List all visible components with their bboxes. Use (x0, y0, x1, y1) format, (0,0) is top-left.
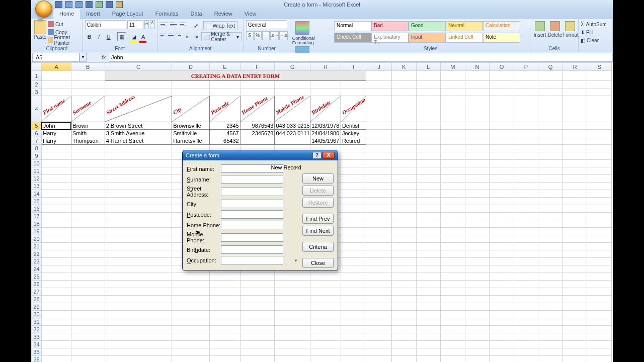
cell[interactable] (71, 356, 105, 363)
cell[interactable] (105, 333, 172, 341)
cell[interactable]: First name (42, 96, 71, 122)
column-header[interactable]: M (441, 63, 465, 71)
cell[interactable] (465, 81, 490, 88)
cell[interactable] (538, 341, 563, 348)
cell[interactable] (209, 356, 240, 363)
row-header[interactable]: 22 (32, 250, 42, 258)
cell[interactable] (42, 333, 71, 341)
cell[interactable] (416, 318, 441, 326)
ribbon-tab-review[interactable]: Review (208, 9, 238, 19)
cell[interactable] (441, 167, 465, 175)
cell[interactable] (538, 167, 563, 175)
cell[interactable] (562, 265, 587, 273)
cell[interactable] (42, 167, 71, 175)
cell[interactable] (105, 273, 172, 281)
cell[interactable]: Retired (341, 137, 366, 145)
cell[interactable] (441, 296, 465, 303)
qat-icon[interactable] (86, 1, 93, 8)
column-header[interactable]: D (172, 63, 210, 71)
column-header[interactable]: K (392, 63, 417, 71)
office-button[interactable] (35, 1, 52, 18)
column-header[interactable]: O (490, 63, 514, 71)
cell[interactable] (514, 273, 538, 281)
cell[interactable] (341, 175, 366, 183)
column-header[interactable]: C (105, 63, 172, 71)
align-top-button[interactable] (159, 21, 169, 30)
cell[interactable] (587, 318, 612, 326)
conditional-formatting-button[interactable]: Conditional Formatting (292, 20, 312, 45)
cell[interactable] (42, 205, 71, 213)
cell[interactable] (366, 175, 392, 183)
cell[interactable] (392, 183, 417, 190)
cell[interactable] (105, 88, 172, 96)
cell[interactable] (538, 198, 563, 205)
cell[interactable] (392, 341, 417, 348)
cell[interactable] (42, 341, 71, 348)
row-header[interactable]: 17 (32, 213, 42, 220)
cell[interactable] (441, 122, 465, 130)
qat-icon[interactable] (96, 1, 103, 8)
cell[interactable] (416, 333, 441, 341)
row-header[interactable]: 34 (32, 341, 42, 348)
cell[interactable] (275, 296, 310, 303)
row-header[interactable]: 3 (32, 88, 42, 96)
cell[interactable] (366, 250, 392, 258)
cell[interactable]: 043 033 0215 (275, 122, 310, 130)
cell[interactable] (490, 250, 514, 258)
cell[interactable] (310, 311, 341, 318)
cell[interactable] (71, 190, 105, 198)
cell[interactable] (538, 318, 563, 326)
cell[interactable] (71, 243, 105, 250)
row-header[interactable]: 25 (32, 273, 42, 281)
cell[interactable] (514, 265, 538, 273)
cell[interactable] (310, 273, 341, 281)
cell[interactable] (562, 183, 587, 190)
cell[interactable] (562, 228, 587, 235)
cell[interactable]: 2 Brown Street (105, 122, 172, 130)
cell[interactable] (441, 303, 465, 311)
cell[interactable] (209, 333, 240, 341)
cell[interactable] (562, 341, 587, 348)
cell[interactable] (42, 198, 71, 205)
cell[interactable] (172, 356, 210, 363)
cell[interactable] (538, 326, 563, 333)
cell[interactable] (392, 265, 417, 273)
row-header[interactable]: 21 (32, 243, 42, 250)
cell[interactable] (209, 341, 240, 348)
cell[interactable] (366, 341, 392, 348)
cell[interactable] (341, 303, 366, 311)
cell[interactable] (514, 81, 538, 88)
cell[interactable] (341, 198, 366, 205)
cell[interactable] (465, 288, 490, 296)
fill-color-button[interactable]: ◢ (129, 32, 138, 41)
cell[interactable] (42, 81, 71, 88)
cell[interactable] (71, 258, 105, 265)
cell[interactable] (71, 152, 105, 160)
cell[interactable] (105, 356, 172, 363)
cell[interactable] (310, 281, 341, 288)
cell[interactable] (392, 160, 417, 167)
cell[interactable] (514, 311, 538, 318)
dialog-new-button[interactable]: New (302, 173, 334, 184)
cell[interactable]: Birthdate (310, 96, 341, 122)
grow-font-button[interactable]: A (144, 20, 149, 29)
cell[interactable] (416, 130, 441, 137)
qat-undo-icon[interactable] (65, 1, 72, 8)
formula-input[interactable] (109, 53, 613, 62)
cell[interactable] (366, 122, 392, 130)
cell[interactable] (465, 96, 490, 122)
cell[interactable] (366, 281, 392, 288)
cell[interactable] (514, 318, 538, 326)
cell[interactable] (490, 311, 514, 318)
cell[interactable] (441, 152, 465, 160)
align-right-button[interactable] (175, 32, 183, 41)
cell[interactable] (562, 122, 587, 130)
cell[interactable] (538, 243, 563, 250)
cell[interactable] (465, 235, 490, 243)
cell[interactable] (538, 145, 563, 152)
cell[interactable] (275, 348, 310, 356)
row-header[interactable]: 15 (32, 198, 42, 205)
cell[interactable]: Harrietsville (172, 137, 210, 145)
cell[interactable] (538, 190, 563, 198)
cell[interactable]: 2345678 (240, 130, 275, 137)
